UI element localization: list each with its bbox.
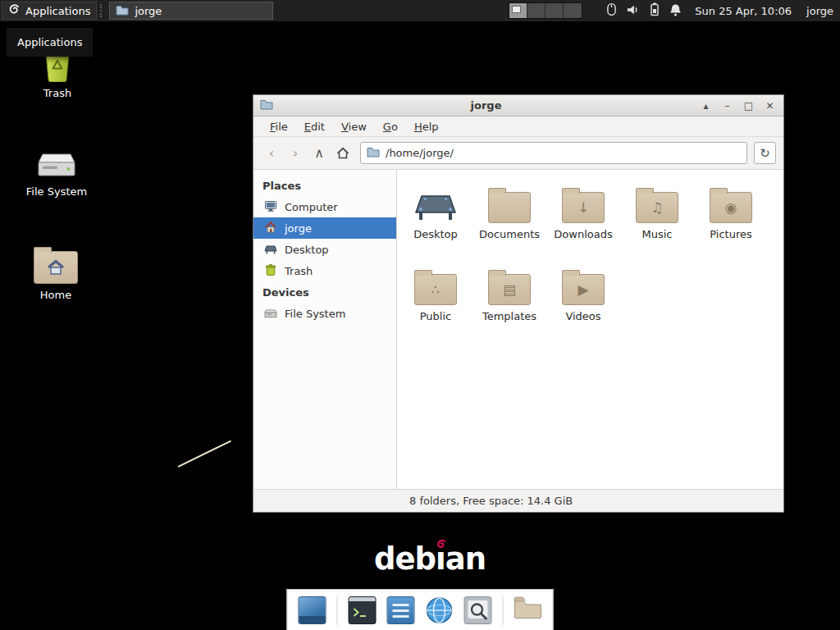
sidebar-item-label: Trash bbox=[285, 265, 313, 277]
places-heading: Places bbox=[253, 175, 396, 196]
applications-tooltip: Applications bbox=[7, 28, 93, 57]
camera-emblem-icon: ◉ bbox=[710, 193, 751, 222]
workspace-4[interactable] bbox=[564, 3, 582, 18]
menu-edit[interactable]: Edit bbox=[296, 118, 333, 135]
file-item-label: Public bbox=[420, 310, 451, 322]
forward-button[interactable]: › bbox=[285, 143, 306, 164]
file-item-music[interactable]: ♫ Music bbox=[620, 181, 694, 263]
menu-help[interactable]: Help bbox=[406, 118, 447, 135]
file-item-label: Music bbox=[642, 228, 673, 240]
path-input[interactable] bbox=[386, 147, 741, 159]
application-finder-launcher-icon[interactable] bbox=[464, 596, 492, 624]
workspace-3[interactable] bbox=[546, 3, 564, 18]
taskbar-window-button[interactable]: jorge bbox=[109, 2, 273, 20]
panel-username[interactable]: jorge bbox=[806, 5, 833, 17]
workspace-1[interactable] bbox=[509, 3, 527, 18]
file-item-pictures[interactable]: ◉ Pictures bbox=[694, 181, 768, 263]
back-button[interactable]: ‹ bbox=[261, 143, 282, 164]
file-item-documents[interactable]: Documents bbox=[472, 181, 546, 263]
desktop-icon-label: Trash bbox=[43, 87, 71, 99]
applications-menu-button[interactable]: Applications bbox=[2, 2, 97, 20]
desktop-icon-home[interactable]: Home bbox=[20, 244, 92, 301]
folder-icon: ▤ bbox=[488, 263, 531, 308]
text-editor-launcher-icon[interactable] bbox=[387, 596, 415, 624]
logo-text: an bbox=[445, 541, 486, 577]
template-emblem-icon: ▤ bbox=[489, 275, 530, 304]
logo-text: deb bbox=[374, 541, 436, 577]
music-emblem-icon: ♫ bbox=[637, 193, 678, 222]
sidebar-item-label: Computer bbox=[285, 201, 338, 213]
window-titlebar[interactable]: jorge ▴ – □ ✕ bbox=[253, 95, 783, 116]
battery-icon[interactable] bbox=[651, 2, 659, 19]
house-emblem-icon bbox=[34, 252, 77, 283]
file-view: Desktop Documents ↓ Downloads ♫ Music bbox=[397, 170, 783, 489]
dock-separator bbox=[337, 596, 338, 625]
close-button[interactable]: ✕ bbox=[763, 100, 777, 112]
file-item-label: Pictures bbox=[710, 228, 751, 240]
workspace-2[interactable] bbox=[527, 3, 546, 18]
home-icon bbox=[264, 221, 277, 236]
desktop-icon-label: File System bbox=[26, 185, 87, 198]
taskbar-folder-icon bbox=[116, 4, 129, 18]
shade-button[interactable]: ▴ bbox=[699, 100, 713, 112]
menu-go[interactable]: Go bbox=[375, 118, 406, 135]
file-manager-launcher-icon[interactable] bbox=[514, 596, 542, 624]
folder-icon: ↓ bbox=[562, 181, 605, 226]
devices-heading: Devices bbox=[253, 281, 396, 303]
computer-icon bbox=[264, 199, 277, 215]
desktop-icon-label: Home bbox=[40, 289, 71, 301]
status-bar: 8 folders, Free space: 14.4 GiB bbox=[253, 489, 783, 512]
home-folder-icon bbox=[34, 244, 78, 284]
folder-icon: ∴ bbox=[414, 263, 457, 308]
system-tray bbox=[607, 2, 682, 19]
folder-icon bbox=[488, 181, 531, 226]
file-item-public[interactable]: ∴ Public bbox=[399, 263, 472, 345]
folder-icon: ▶ bbox=[562, 263, 605, 308]
desk-icon bbox=[413, 181, 458, 226]
reload-button[interactable]: ↻ bbox=[754, 142, 776, 164]
file-item-label: Templates bbox=[482, 310, 536, 322]
location-bar[interactable] bbox=[360, 142, 747, 164]
panel-clock[interactable]: Sun 25 Apr, 10:06 bbox=[695, 5, 792, 17]
volume-icon[interactable] bbox=[627, 3, 640, 19]
debian-logo: debıan bbox=[374, 541, 486, 577]
maximize-button[interactable]: □ bbox=[742, 100, 756, 112]
notification-bell-icon[interactable] bbox=[669, 3, 682, 19]
terminal-launcher-icon[interactable] bbox=[349, 596, 377, 624]
path-folder-icon bbox=[367, 145, 380, 161]
sidebar-item-computer[interactable]: Computer bbox=[253, 196, 396, 217]
status-text: 8 folders, Free space: 14.4 GiB bbox=[409, 495, 573, 507]
sidebar-item-trash[interactable]: Trash bbox=[253, 260, 396, 281]
desktop-settings-launcher-icon[interactable] bbox=[299, 596, 326, 624]
sidebar-item-label: jorge bbox=[285, 222, 312, 235]
file-item-downloads[interactable]: ↓ Downloads bbox=[546, 181, 620, 263]
sidebar-item-label: File System bbox=[285, 308, 345, 320]
web-browser-launcher-icon[interactable] bbox=[426, 596, 454, 624]
file-item-videos[interactable]: ▶ Videos bbox=[546, 263, 620, 345]
toolbar: ‹ › ∧ ↻ bbox=[253, 137, 783, 170]
side-pane: Places Computer jorge Desktop bbox=[253, 170, 397, 489]
sidebar-item-desktop[interactable]: Desktop bbox=[253, 239, 396, 260]
menu-view[interactable]: View bbox=[333, 118, 375, 135]
sidebar-item-jorge[interactable]: jorge bbox=[253, 217, 396, 239]
up-button[interactable]: ∧ bbox=[308, 143, 330, 164]
folder-emblem bbox=[489, 193, 530, 222]
desktop-icon bbox=[264, 242, 277, 258]
file-item-templates[interactable]: ▤ Templates bbox=[472, 263, 546, 345]
mouse-icon[interactable] bbox=[607, 2, 616, 19]
applications-menu-label: Applications bbox=[25, 5, 90, 17]
share-emblem-icon: ∴ bbox=[415, 275, 456, 304]
sidebar-item-label: Desktop bbox=[285, 244, 329, 256]
applications-swirl-icon bbox=[8, 3, 21, 18]
file-item-desktop[interactable]: Desktop bbox=[399, 181, 472, 263]
desktop-icon-file-system[interactable]: File System bbox=[21, 141, 93, 198]
folder-icon: ◉ bbox=[710, 181, 752, 226]
file-manager-window: jorge ▴ – □ ✕ File Edit View Go Help ‹ ›… bbox=[253, 94, 784, 513]
trash-icon bbox=[264, 263, 277, 279]
menu-file[interactable]: File bbox=[262, 118, 296, 135]
workspace-pager bbox=[509, 2, 582, 19]
sidebar-item-file-system[interactable]: File System bbox=[253, 303, 396, 324]
minimize-button[interactable]: – bbox=[720, 100, 734, 112]
panel-handle bbox=[100, 4, 106, 17]
home-button[interactable] bbox=[332, 143, 354, 164]
